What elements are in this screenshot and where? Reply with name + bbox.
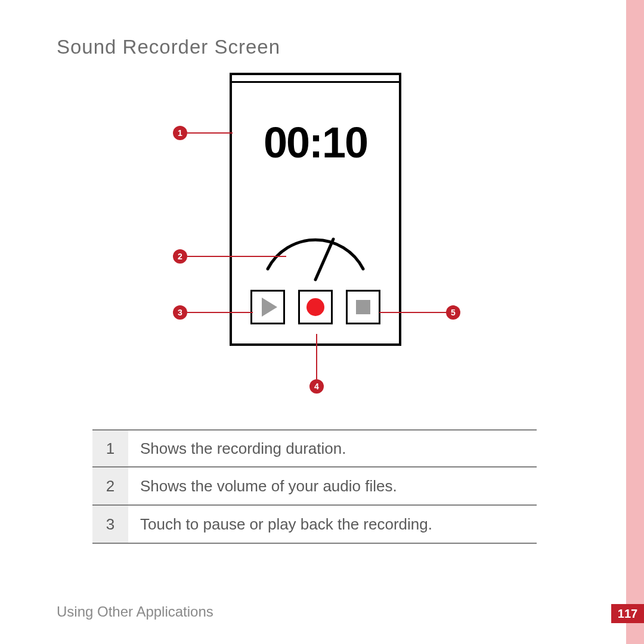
callout-marker-2: 2 bbox=[173, 249, 187, 264]
play-icon bbox=[262, 298, 277, 317]
legend-row: 3 Touch to pause or play back the record… bbox=[92, 506, 537, 544]
play-pause-button[interactable] bbox=[250, 290, 285, 324]
legend-row: 1 Shows the recording duration. bbox=[92, 429, 537, 467]
callout-line-2 bbox=[187, 256, 286, 257]
callout-line-5 bbox=[379, 312, 447, 313]
page-number-badge: 117 bbox=[611, 604, 644, 623]
callout-marker-1: 1 bbox=[173, 126, 187, 140]
volume-meter bbox=[256, 221, 375, 287]
legend-row: 2 Shows the volume of your audio files. bbox=[92, 467, 537, 506]
callout-line-3 bbox=[187, 312, 253, 313]
vu-needle-icon bbox=[315, 239, 333, 280]
device-illustration: 00:10 bbox=[230, 73, 401, 346]
device-top-bar bbox=[232, 81, 399, 83]
recording-timer: 00:10 bbox=[232, 118, 399, 167]
legend-description: Shows the volume of your audio files. bbox=[128, 477, 537, 496]
legend-description: Touch to pause or play back the recordin… bbox=[128, 515, 537, 534]
manual-page: 117 Sound Recorder Screen 00:10 1 2 3 bbox=[0, 0, 644, 644]
record-button[interactable] bbox=[298, 290, 333, 324]
stop-icon bbox=[356, 300, 370, 314]
chapter-footer-label: Using Other Applications bbox=[57, 603, 213, 620]
vu-arc-icon bbox=[268, 240, 363, 269]
stop-button[interactable] bbox=[346, 290, 380, 324]
page-edge-tab bbox=[626, 0, 644, 644]
callout-line-1 bbox=[187, 132, 233, 134]
recorder-controls bbox=[232, 290, 399, 324]
section-heading: Sound Recorder Screen bbox=[57, 36, 280, 58]
callout-line-4 bbox=[316, 334, 317, 380]
legend-number: 2 bbox=[92, 467, 128, 504]
callout-marker-3: 3 bbox=[173, 305, 187, 320]
legend-number: 3 bbox=[92, 506, 128, 543]
legend-description: Shows the recording duration. bbox=[128, 439, 537, 458]
callout-marker-4: 4 bbox=[309, 379, 324, 394]
legend-number: 1 bbox=[92, 431, 128, 466]
record-icon bbox=[306, 298, 324, 316]
callout-marker-5: 5 bbox=[446, 305, 460, 320]
callout-legend-table: 1 Shows the recording duration. 2 Shows … bbox=[92, 429, 537, 544]
